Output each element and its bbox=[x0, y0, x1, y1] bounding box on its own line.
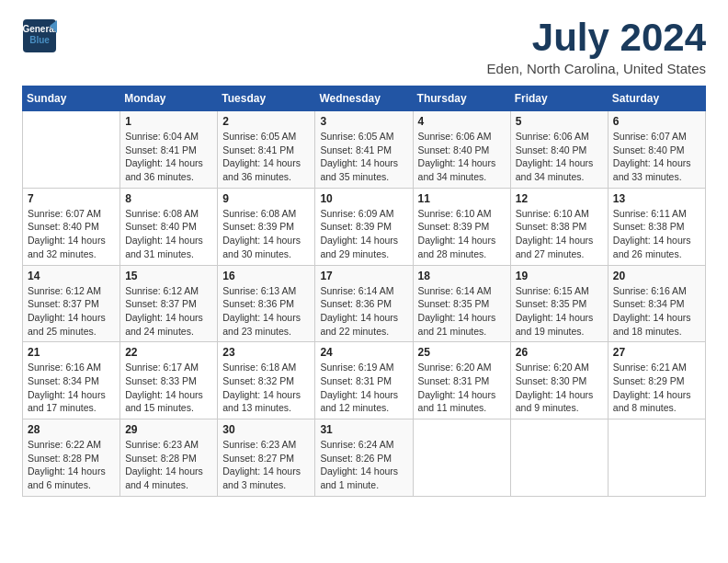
day-info: Sunrise: 6:22 AM Sunset: 8:28 PM Dayligh… bbox=[28, 438, 115, 492]
calendar-cell bbox=[608, 419, 705, 497]
day-info: Sunrise: 6:12 AM Sunset: 8:37 PM Dayligh… bbox=[125, 284, 212, 339]
day-info: Sunrise: 6:19 AM Sunset: 8:31 PM Dayligh… bbox=[320, 361, 407, 415]
day-number: 21 bbox=[28, 346, 115, 359]
day-info: Sunrise: 6:08 AM Sunset: 8:40 PM Dayligh… bbox=[125, 207, 212, 261]
calendar-cell: 5Sunrise: 6:06 AM Sunset: 8:40 PM Daylig… bbox=[510, 111, 608, 189]
day-number: 6 bbox=[613, 115, 700, 128]
day-number: 1 bbox=[125, 115, 212, 128]
svg-text:Blue: Blue bbox=[29, 35, 50, 45]
calendar-cell: 14Sunrise: 6:12 AM Sunset: 8:37 PM Dayli… bbox=[23, 265, 120, 342]
day-info: Sunrise: 6:07 AM Sunset: 8:40 PM Dayligh… bbox=[28, 207, 115, 261]
calendar-cell: 17Sunrise: 6:14 AM Sunset: 8:36 PM Dayli… bbox=[315, 265, 413, 342]
day-number: 4 bbox=[418, 115, 506, 128]
day-info: Sunrise: 6:15 AM Sunset: 8:35 PM Dayligh… bbox=[516, 284, 603, 339]
day-number: 8 bbox=[125, 192, 212, 205]
subtitle: Eden, North Carolina, United States bbox=[487, 61, 706, 76]
day-header-tuesday: Tuesday bbox=[218, 86, 315, 111]
day-number: 26 bbox=[516, 346, 603, 359]
day-header-saturday: Saturday bbox=[608, 86, 705, 111]
day-info: Sunrise: 6:11 AM Sunset: 8:38 PM Dayligh… bbox=[613, 207, 700, 261]
day-number: 5 bbox=[516, 115, 603, 128]
calendar-cell: 22Sunrise: 6:17 AM Sunset: 8:33 PM Dayli… bbox=[120, 342, 218, 419]
day-info: Sunrise: 6:06 AM Sunset: 8:40 PM Dayligh… bbox=[516, 130, 603, 184]
calendar-cell: 21Sunrise: 6:16 AM Sunset: 8:34 PM Dayli… bbox=[23, 342, 120, 419]
day-info: Sunrise: 6:16 AM Sunset: 8:34 PM Dayligh… bbox=[28, 361, 115, 415]
calendar-cell: 8Sunrise: 6:08 AM Sunset: 8:40 PM Daylig… bbox=[120, 188, 218, 265]
day-info: Sunrise: 6:04 AM Sunset: 8:41 PM Dayligh… bbox=[125, 130, 212, 184]
day-header-sunday: Sunday bbox=[23, 86, 120, 111]
calendar-cell: 27Sunrise: 6:21 AM Sunset: 8:29 PM Dayli… bbox=[608, 342, 705, 419]
calendar-cell: 6Sunrise: 6:07 AM Sunset: 8:40 PM Daylig… bbox=[608, 111, 705, 189]
calendar-cell: 23Sunrise: 6:18 AM Sunset: 8:32 PM Dayli… bbox=[218, 342, 315, 419]
calendar-cell: 11Sunrise: 6:10 AM Sunset: 8:39 PM Dayli… bbox=[413, 188, 510, 265]
day-info: Sunrise: 6:12 AM Sunset: 8:37 PM Dayligh… bbox=[28, 284, 115, 339]
calendar-cell: 20Sunrise: 6:16 AM Sunset: 8:34 PM Dayli… bbox=[608, 265, 705, 342]
day-info: Sunrise: 6:24 AM Sunset: 8:26 PM Dayligh… bbox=[320, 438, 407, 492]
day-info: Sunrise: 6:18 AM Sunset: 8:32 PM Dayligh… bbox=[222, 361, 310, 415]
day-header-monday: Monday bbox=[120, 86, 218, 111]
day-info: Sunrise: 6:17 AM Sunset: 8:33 PM Dayligh… bbox=[125, 361, 212, 415]
calendar-cell: 18Sunrise: 6:14 AM Sunset: 8:35 PM Dayli… bbox=[413, 265, 510, 342]
calendar-cell: 30Sunrise: 6:23 AM Sunset: 8:27 PM Dayli… bbox=[218, 419, 315, 497]
calendar-cell: 10Sunrise: 6:09 AM Sunset: 8:39 PM Dayli… bbox=[315, 188, 413, 265]
day-info: Sunrise: 6:13 AM Sunset: 8:36 PM Dayligh… bbox=[222, 284, 310, 339]
day-info: Sunrise: 6:09 AM Sunset: 8:39 PM Dayligh… bbox=[320, 207, 407, 261]
day-number: 22 bbox=[125, 346, 212, 359]
calendar-cell: 28Sunrise: 6:22 AM Sunset: 8:28 PM Dayli… bbox=[23, 419, 120, 497]
calendar-cell bbox=[23, 111, 120, 189]
day-number: 29 bbox=[125, 423, 212, 436]
day-number: 2 bbox=[222, 115, 310, 128]
day-header-thursday: Thursday bbox=[413, 86, 510, 111]
calendar-cell: 4Sunrise: 6:06 AM Sunset: 8:40 PM Daylig… bbox=[413, 111, 510, 189]
day-number: 25 bbox=[418, 346, 506, 359]
day-header-wednesday: Wednesday bbox=[315, 86, 413, 111]
day-number: 28 bbox=[28, 423, 115, 436]
title-area: July 2024 Eden, North Carolina, United S… bbox=[487, 18, 706, 76]
day-number: 19 bbox=[516, 270, 603, 282]
day-info: Sunrise: 6:23 AM Sunset: 8:27 PM Dayligh… bbox=[222, 438, 310, 492]
day-info: Sunrise: 6:21 AM Sunset: 8:29 PM Dayligh… bbox=[613, 361, 700, 415]
day-info: Sunrise: 6:05 AM Sunset: 8:41 PM Dayligh… bbox=[222, 130, 310, 184]
day-info: Sunrise: 6:20 AM Sunset: 8:30 PM Dayligh… bbox=[516, 361, 603, 415]
day-number: 10 bbox=[320, 192, 407, 205]
day-number: 27 bbox=[613, 346, 700, 359]
calendar-cell: 15Sunrise: 6:12 AM Sunset: 8:37 PM Dayli… bbox=[120, 265, 218, 342]
calendar-cell bbox=[413, 419, 510, 497]
calendar-cell: 3Sunrise: 6:05 AM Sunset: 8:41 PM Daylig… bbox=[315, 111, 413, 189]
header: General Blue July 2024 Eden, North Carol… bbox=[22, 18, 706, 76]
day-info: Sunrise: 6:16 AM Sunset: 8:34 PM Dayligh… bbox=[613, 284, 700, 339]
calendar-cell: 25Sunrise: 6:20 AM Sunset: 8:31 PM Dayli… bbox=[413, 342, 510, 419]
day-number: 3 bbox=[320, 115, 407, 128]
day-info: Sunrise: 6:14 AM Sunset: 8:36 PM Dayligh… bbox=[320, 284, 407, 339]
calendar-cell: 13Sunrise: 6:11 AM Sunset: 8:38 PM Dayli… bbox=[608, 188, 705, 265]
day-number: 15 bbox=[125, 270, 212, 282]
day-info: Sunrise: 6:20 AM Sunset: 8:31 PM Dayligh… bbox=[418, 361, 506, 415]
calendar-cell: 31Sunrise: 6:24 AM Sunset: 8:26 PM Dayli… bbox=[315, 419, 413, 497]
day-info: Sunrise: 6:08 AM Sunset: 8:39 PM Dayligh… bbox=[222, 207, 310, 261]
logo: General Blue bbox=[22, 18, 57, 53]
calendar-cell bbox=[510, 419, 608, 497]
calendar-cell: 1Sunrise: 6:04 AM Sunset: 8:41 PM Daylig… bbox=[120, 111, 218, 189]
calendar-cell: 12Sunrise: 6:10 AM Sunset: 8:38 PM Dayli… bbox=[510, 188, 608, 265]
main-title: July 2024 bbox=[487, 18, 706, 57]
day-number: 13 bbox=[613, 192, 700, 205]
day-info: Sunrise: 6:14 AM Sunset: 8:35 PM Dayligh… bbox=[418, 284, 506, 339]
day-info: Sunrise: 6:05 AM Sunset: 8:41 PM Dayligh… bbox=[320, 130, 407, 184]
calendar-cell: 16Sunrise: 6:13 AM Sunset: 8:36 PM Dayli… bbox=[218, 265, 315, 342]
day-number: 18 bbox=[418, 270, 506, 282]
calendar-cell: 26Sunrise: 6:20 AM Sunset: 8:30 PM Dayli… bbox=[510, 342, 608, 419]
day-number: 11 bbox=[418, 192, 506, 205]
day-info: Sunrise: 6:10 AM Sunset: 8:39 PM Dayligh… bbox=[418, 207, 506, 261]
day-number: 23 bbox=[222, 346, 310, 359]
calendar-cell: 7Sunrise: 6:07 AM Sunset: 8:40 PM Daylig… bbox=[23, 188, 120, 265]
calendar-cell: 19Sunrise: 6:15 AM Sunset: 8:35 PM Dayli… bbox=[510, 265, 608, 342]
day-info: Sunrise: 6:23 AM Sunset: 8:28 PM Dayligh… bbox=[125, 438, 212, 492]
calendar-cell: 24Sunrise: 6:19 AM Sunset: 8:31 PM Dayli… bbox=[315, 342, 413, 419]
day-number: 9 bbox=[222, 192, 310, 205]
calendar-table: SundayMondayTuesdayWednesdayThursdayFrid… bbox=[22, 86, 706, 497]
day-info: Sunrise: 6:07 AM Sunset: 8:40 PM Dayligh… bbox=[613, 130, 700, 184]
day-info: Sunrise: 6:06 AM Sunset: 8:40 PM Dayligh… bbox=[418, 130, 506, 184]
day-number: 14 bbox=[28, 270, 115, 282]
calendar-cell: 2Sunrise: 6:05 AM Sunset: 8:41 PM Daylig… bbox=[218, 111, 315, 189]
day-number: 20 bbox=[613, 270, 700, 282]
